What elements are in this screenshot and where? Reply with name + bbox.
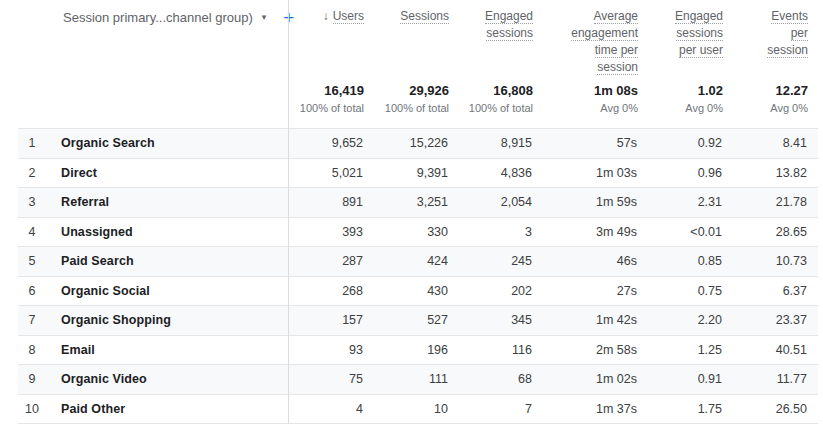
column-header-label: per user bbox=[679, 43, 723, 58]
column-header-engaged-sessions-per-user[interactable]: Engagedsessionsper user bbox=[649, 8, 734, 76]
dimension-header: Session primary...channel group) ▾ + bbox=[63, 10, 294, 25]
totals-cell: 12.27Avg 0% bbox=[734, 83, 819, 114]
row-index: 9 bbox=[18, 372, 46, 386]
metric-cell: 46s bbox=[543, 254, 648, 268]
table-row: 6Organic Social26843020227s0.756.37 bbox=[18, 276, 818, 306]
metric-cell: 2m 58s bbox=[543, 343, 648, 357]
table-row: 7Organic Shopping1575273451m 42s2.2023.3… bbox=[18, 305, 818, 335]
column-divider bbox=[288, 0, 289, 424]
metric-cell: 430 bbox=[374, 284, 459, 298]
caret-down-icon: ▾ bbox=[262, 13, 267, 22]
metric-cell: 26.50 bbox=[733, 402, 818, 416]
metric-cell: 3,251 bbox=[374, 195, 459, 209]
row-index: 10 bbox=[18, 402, 46, 416]
dimension-selector-label: Session primary...channel group) bbox=[63, 10, 253, 25]
metric-cell: 1m 37s bbox=[543, 402, 648, 416]
metric-cell: 0.75 bbox=[648, 284, 733, 298]
metric-cell: 3m 49s bbox=[543, 225, 648, 239]
metric-cell: 5,021 bbox=[288, 166, 374, 180]
metric-cell: 245 bbox=[459, 254, 543, 268]
totals-value: 16,419 bbox=[289, 83, 364, 98]
column-header-label: time per bbox=[595, 43, 638, 58]
row-index: 1 bbox=[18, 136, 46, 150]
ga-traffic-acquisition-table: Session primary...channel group) ▾ + ↓Us… bbox=[0, 0, 823, 424]
totals-value: 1.02 bbox=[649, 83, 723, 98]
column-header-label: engagement bbox=[571, 26, 638, 41]
column-header-engaged-sessions[interactable]: Engagedsessions bbox=[460, 8, 544, 76]
column-header-label: Events bbox=[771, 9, 808, 24]
metric-cell: 8,915 bbox=[459, 136, 543, 150]
totals-sublabel: 100% of total bbox=[460, 102, 533, 114]
metric-cell: 1m 03s bbox=[543, 166, 648, 180]
row-index: 7 bbox=[18, 313, 46, 327]
dimension-selector-dropdown[interactable]: Session primary...channel group) ▾ bbox=[63, 10, 266, 25]
table-row: 4Unassigned39333033m 49s<0.0128.65 bbox=[18, 217, 818, 247]
metric-cell: 0.85 bbox=[648, 254, 733, 268]
metric-cell: 28.65 bbox=[733, 225, 818, 239]
metric-cell: 0.96 bbox=[648, 166, 733, 180]
metric-cell: 2,054 bbox=[459, 195, 543, 209]
metric-cell: 11.77 bbox=[733, 372, 818, 386]
metric-cell: 10 bbox=[374, 402, 459, 416]
metric-cell: 157 bbox=[288, 313, 374, 327]
metric-cell: 1m 02s bbox=[543, 372, 648, 386]
table-row: 8Email931961162m 58s1.2540.51 bbox=[18, 335, 818, 365]
column-header-label: Average bbox=[594, 9, 638, 24]
sort-descending-icon: ↓ bbox=[323, 9, 329, 23]
column-header-sessions[interactable]: Sessions bbox=[375, 8, 460, 76]
metric-cell: 93 bbox=[288, 343, 374, 357]
metric-cell: 1m 42s bbox=[543, 313, 648, 327]
table-row: 3Referral8913,2512,0541m 59s2.3121.78 bbox=[18, 187, 818, 217]
metric-cell: 23.37 bbox=[733, 313, 818, 327]
metric-cell: 40.51 bbox=[733, 343, 818, 357]
totals-cell: 1m 08sAvg 0% bbox=[544, 83, 649, 114]
channel-name: Organic Video bbox=[61, 372, 288, 386]
metric-cell: 9,391 bbox=[374, 166, 459, 180]
totals-cell: 29,926100% of total bbox=[375, 83, 460, 114]
totals-sublabel: 100% of total bbox=[289, 102, 364, 114]
totals-value: 16,808 bbox=[460, 83, 533, 98]
totals-cell: 16,419100% of total bbox=[289, 83, 375, 114]
column-header-label: sessions bbox=[676, 26, 723, 41]
table-row: 10Paid Other41071m 37s1.7526.50 bbox=[18, 394, 818, 424]
metric-cell: 10.73 bbox=[733, 254, 818, 268]
totals-value: 12.27 bbox=[734, 83, 808, 98]
totals-row: 16,419100% of total29,926100% of total16… bbox=[289, 83, 819, 114]
metric-cell: 13.82 bbox=[733, 166, 818, 180]
metric-cell: 0.91 bbox=[648, 372, 733, 386]
column-header-label: session bbox=[767, 43, 808, 58]
totals-sublabel: Avg 0% bbox=[544, 102, 638, 114]
channel-name: Organic Search bbox=[61, 136, 288, 150]
metric-cell: 116 bbox=[459, 343, 543, 357]
metric-cell: 527 bbox=[374, 313, 459, 327]
metric-cell: 7 bbox=[459, 402, 543, 416]
row-index: 6 bbox=[18, 284, 46, 298]
channel-name: Direct bbox=[61, 166, 288, 180]
metric-cell: 4 bbox=[288, 402, 374, 416]
totals-sublabel: 100% of total bbox=[375, 102, 449, 114]
metric-cell: 57s bbox=[543, 136, 648, 150]
totals-sublabel: Avg 0% bbox=[734, 102, 808, 114]
totals-value: 1m 08s bbox=[544, 83, 638, 98]
metric-cell: 2.31 bbox=[648, 195, 733, 209]
column-header-events-per-session[interactable]: Eventspersession bbox=[734, 8, 819, 76]
channel-name: Referral bbox=[61, 195, 288, 209]
column-header-label: Engaged bbox=[485, 9, 533, 24]
totals-cell: 1.02Avg 0% bbox=[649, 83, 734, 114]
metric-cell: 9,652 bbox=[288, 136, 374, 150]
column-header-label: session bbox=[597, 60, 638, 75]
metric-cell: 330 bbox=[374, 225, 459, 239]
row-index: 2 bbox=[18, 166, 46, 180]
metric-cell: 68 bbox=[459, 372, 543, 386]
metric-cell: 8.41 bbox=[733, 136, 818, 150]
channel-name: Paid Search bbox=[61, 254, 288, 268]
column-header-users[interactable]: ↓Users bbox=[289, 8, 375, 76]
column-header-average-engagement-time-per-session[interactable]: Averageengagementtime persession bbox=[544, 8, 649, 76]
metric-cell: 891 bbox=[288, 195, 374, 209]
column-headers: ↓UsersSessionsEngagedsessionsAverageenga… bbox=[289, 8, 819, 76]
metric-cell: 21.78 bbox=[733, 195, 818, 209]
metric-cell: 424 bbox=[374, 254, 459, 268]
totals-sublabel: Avg 0% bbox=[649, 102, 723, 114]
table-body: 1Organic Search9,65215,2268,91557s0.928.… bbox=[18, 128, 818, 424]
metric-cell: <0.01 bbox=[648, 225, 733, 239]
